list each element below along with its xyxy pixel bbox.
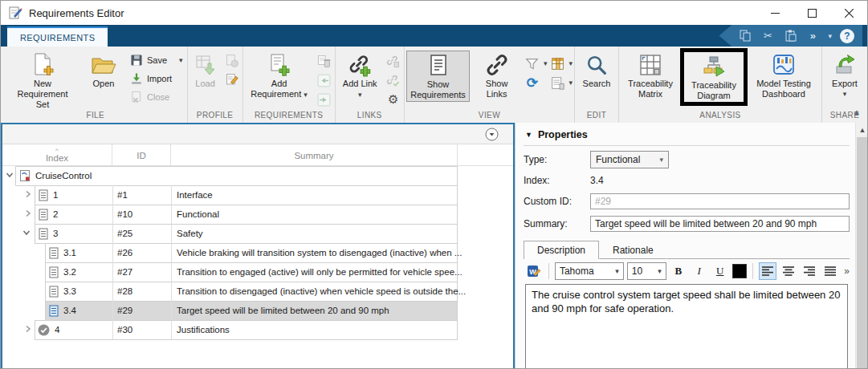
tab-requirements[interactable]: REQUIREMENTS	[7, 26, 108, 47]
cut-icon[interactable]: ✂	[760, 29, 775, 43]
justify-button[interactable]	[821, 262, 839, 280]
customize-toolbar-icon[interactable]: »	[805, 29, 820, 43]
load-profile-button: Load	[189, 51, 222, 90]
tree-row-2[interactable]: 2 #10 Functional	[2, 205, 513, 224]
tree-row-root[interactable]: CruiseControl	[2, 166, 513, 185]
collapse-arrow-icon[interactable]	[22, 228, 31, 237]
font-family-select[interactable]: Tahoma ▾	[555, 262, 624, 280]
tree-header: ^ Index ID Summary	[2, 144, 513, 166]
traceability-matrix-button[interactable]: Traceability Matrix	[621, 51, 680, 100]
requirement-doc-icon-selected	[49, 305, 59, 317]
custom-id-input[interactable]: #29	[590, 193, 850, 209]
index-label: Index:	[524, 175, 590, 186]
description-editor[interactable]: The cruise control system target speed s…	[525, 284, 848, 369]
promote-requirement-icon	[316, 72, 333, 88]
align-right-button[interactable]	[801, 262, 818, 280]
model-testing-dashboard-button[interactable]: Model Testing Dashboard	[748, 51, 820, 100]
export-button[interactable]: Export ▾	[824, 51, 866, 100]
profile-settings-icon	[223, 53, 241, 69]
collapse-arrow-icon[interactable]	[5, 170, 14, 180]
italic-button[interactable]: I	[691, 262, 708, 280]
traceability-diagram-button[interactable]: Traceability Diagram	[685, 52, 743, 102]
open-button[interactable]: Open	[81, 51, 126, 90]
expand-arrow-icon[interactable]	[23, 209, 33, 218]
show-requirements-toggle[interactable]: Show Requirements	[406, 51, 470, 102]
refresh-icon[interactable]: ⟳	[524, 75, 541, 91]
import-button[interactable]: Import	[128, 71, 185, 87]
type-dropdown-icon: ▾	[659, 156, 663, 164]
save-button[interactable]: Save ▾	[128, 52, 185, 68]
filter-dropdown-icon[interactable]: ▾	[544, 59, 548, 67]
align-left-button[interactable]	[759, 262, 776, 280]
add-requirement-icon	[267, 51, 291, 79]
summary-input[interactable]: Target speed will be limited between 20 …	[590, 216, 850, 232]
display-options-icon[interactable]	[548, 75, 566, 91]
tree-row-1[interactable]: 1 #1 Interface	[2, 185, 513, 205]
font-size-select[interactable]: 10 ▾	[627, 262, 666, 280]
columns-icon[interactable]	[548, 55, 566, 71]
format-overflow-icon[interactable]: »	[844, 266, 850, 277]
scrollbar-up-icon[interactable]: ▲	[856, 123, 868, 136]
title-bar: Requirements Editor	[1, 1, 867, 25]
requirement-set-icon	[19, 169, 31, 182]
section-links: Add Link ▾ ⚙ LINKS	[336, 47, 405, 123]
scrollbar-thumb[interactable]	[857, 137, 868, 369]
paste-icon[interactable]	[783, 29, 797, 43]
maximize-button[interactable]	[793, 1, 830, 25]
edit-profile-icon[interactable]	[223, 72, 241, 88]
export-dropdown-icon[interactable]: ▾	[843, 89, 847, 99]
link-settings-icon[interactable]: ⚙	[385, 91, 402, 107]
add-requirement-dropdown-icon[interactable]: ▾	[304, 91, 308, 99]
open-in-word-icon[interactable]: W	[525, 262, 543, 280]
columns-dropdown-icon[interactable]: ▾	[568, 59, 573, 67]
save-icon	[130, 54, 143, 67]
expand-arrow-icon[interactable]	[23, 189, 33, 199]
custom-id-label: Custom ID:	[524, 196, 590, 207]
search-button[interactable]: Search	[577, 51, 617, 90]
close-button[interactable]	[830, 1, 867, 25]
properties-panel: ▼ Properties Type: Functional ▾ Index: 3…	[515, 123, 855, 369]
minimize-button[interactable]	[756, 1, 793, 25]
tree-row-3-1[interactable]: 3.1 #26 Vehicle braking will transition …	[2, 243, 513, 262]
column-header-summary[interactable]: Summary	[171, 144, 458, 166]
tree-row-3[interactable]: 3 #25 Safety	[2, 224, 513, 243]
panel-collapse-icon[interactable]	[485, 128, 499, 141]
collapse-toolstrip-icon[interactable]: ▲	[853, 107, 861, 116]
underline-button[interactable]: U	[711, 262, 729, 280]
section-label-links: LINKS	[337, 111, 402, 123]
type-select[interactable]: Functional ▾	[590, 151, 669, 168]
add-link-button[interactable]: Add Link ▾	[337, 51, 383, 101]
align-center-button[interactable]	[780, 262, 797, 280]
traceability-diagram-icon	[702, 53, 726, 80]
filter-icon[interactable]	[524, 55, 541, 71]
add-requirement-button[interactable]: Add Requirement ▾	[245, 51, 314, 101]
help-icon[interactable]: ?	[840, 29, 854, 43]
bold-button[interactable]: B	[670, 262, 687, 280]
properties-header[interactable]: ▼ Properties	[524, 128, 850, 146]
requirement-doc-icon	[39, 189, 48, 201]
toolstrip: New Requirement Set Open Save ▾ Import	[1, 47, 867, 123]
tree-row-3-4-selected[interactable]: 3.4 #29 Target speed will be limited bet…	[2, 301, 513, 320]
tab-description[interactable]: Description	[524, 241, 599, 259]
tab-rationale[interactable]: Rationale	[599, 241, 667, 259]
column-header-index[interactable]: ^ Index	[2, 144, 112, 166]
copy-icon[interactable]	[738, 29, 752, 43]
add-link-dropdown-icon[interactable]: ▾	[358, 91, 362, 99]
show-links-toggle[interactable]: Show Links	[471, 51, 522, 100]
panel-header-strip	[2, 124, 513, 144]
new-requirement-set-button[interactable]: New Requirement Set	[6, 51, 79, 111]
requirement-doc-icon	[39, 209, 48, 221]
section-label-analysis: ANALYSIS	[621, 111, 820, 123]
font-color-swatch[interactable]	[732, 264, 748, 278]
display-options-dropdown-icon[interactable]: ▾	[568, 79, 573, 87]
section-view: Show Requirements Show Links ▾ ⟳	[405, 47, 575, 123]
customize-dropdown-icon[interactable]: ▾	[828, 32, 832, 40]
column-header-id[interactable]: ID	[112, 144, 171, 166]
save-dropdown-icon[interactable]: ▾	[179, 56, 183, 64]
tree-row-3-2[interactable]: 3.2 #27 Transition to engaged (active) w…	[2, 262, 513, 282]
vertical-scrollbar[interactable]: ▲	[855, 123, 868, 369]
expand-arrow-icon[interactable]	[23, 324, 33, 334]
tree-row-3-3[interactable]: 3.3 #28 Transition to disengaged (inacti…	[2, 282, 513, 301]
tree-row-4[interactable]: 4 #30 Justifications	[2, 320, 513, 339]
section-label-requirements: REQUIREMENTS	[245, 111, 333, 123]
